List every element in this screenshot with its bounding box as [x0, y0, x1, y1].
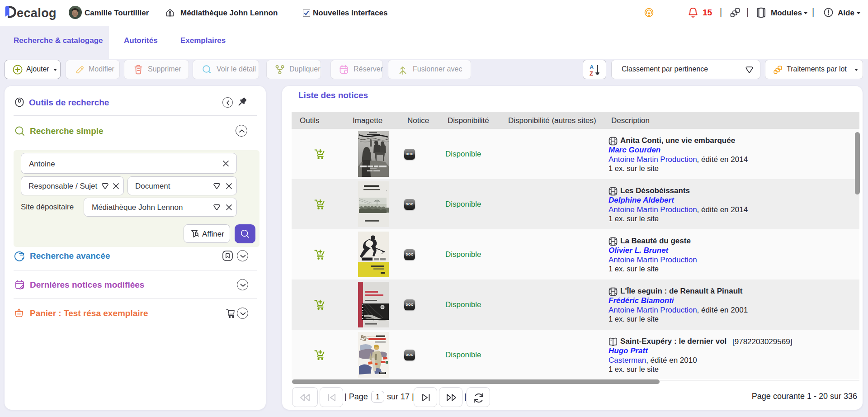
- svg-text:ecalog: ecalog: [17, 6, 57, 20]
- svg-text:A: A: [590, 64, 594, 71]
- svg-text:Z: Z: [590, 70, 593, 77]
